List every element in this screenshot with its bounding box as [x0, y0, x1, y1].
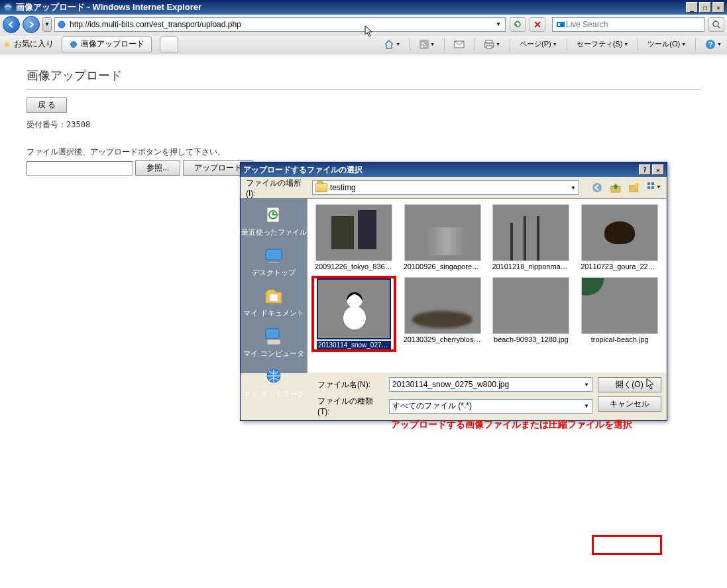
- receipt-number: 受付番号：23508: [27, 119, 700, 131]
- thumbnail-label: 20100926_singapore_0...: [404, 263, 482, 270]
- dialog-close-button[interactable]: ✕: [652, 164, 664, 175]
- file-grid[interactable]: 20091226_tokyo_8363_...20100926_singapor…: [307, 198, 667, 373]
- favorites-button[interactable]: ★ お気に入り: [3, 38, 54, 50]
- svg-rect-26: [271, 260, 276, 262]
- thumbnail-label: 20130329_cherrybloss...: [404, 335, 482, 343]
- file-thumbnail[interactable]: 20110723_goura_2216_...: [577, 203, 662, 272]
- minimize-button[interactable]: _: [686, 2, 698, 13]
- mail-button[interactable]: [451, 38, 467, 50]
- close-button[interactable]: ✕: [712, 2, 724, 13]
- thumbnail-label: beach-90933_1280.jpg: [494, 335, 569, 343]
- thumbnail-label: 20101218_nipponmaru_...: [492, 263, 570, 270]
- file-thumbnail[interactable]: 20101218_nipponmaru_...: [489, 203, 574, 272]
- go-back-icon[interactable]: [591, 182, 603, 194]
- svg-rect-25: [266, 249, 282, 260]
- thumbnail-label: 20110723_goura_2216_...: [581, 263, 659, 270]
- location-dropdown[interactable]: ▼: [571, 185, 576, 191]
- dialog-titlebar: アップロードするファイルの選択 ? ✕: [241, 162, 667, 177]
- file-thumbnail[interactable]: 20091226_tokyo_8363_...: [311, 203, 396, 272]
- place-desktop[interactable]: デスクトップ: [241, 244, 307, 279]
- thumbnail-label: 20091226_tokyo_8363_...: [315, 263, 393, 270]
- search-input[interactable]: [566, 20, 701, 29]
- refresh-button[interactable]: [510, 17, 526, 32]
- thumbnail-image: [315, 204, 392, 261]
- svg-rect-12: [486, 46, 492, 48]
- location-combo[interactable]: testimg ▼: [312, 180, 579, 195]
- recent-icon: [263, 205, 284, 226]
- filename-combo[interactable]: 20130114_snow_0275_w800.jpg ▼: [389, 377, 592, 392]
- svg-rect-20: [651, 182, 654, 185]
- thumbnail-image: [404, 204, 481, 261]
- svg-rect-28: [270, 294, 278, 301]
- file-thumbnail[interactable]: tropical-beach.jpg: [577, 276, 662, 352]
- home-button[interactable]: ▼: [381, 38, 403, 51]
- dialog-title: アップロードするファイルの選択: [243, 164, 363, 176]
- url-dropdown[interactable]: ▼: [493, 21, 504, 27]
- svg-rect-3: [558, 23, 560, 26]
- star-icon: ★: [3, 39, 11, 50]
- search-box[interactable]: [552, 17, 704, 32]
- svg-rect-29: [266, 329, 279, 338]
- svg-rect-30: [267, 339, 280, 345]
- address-bar[interactable]: ▼: [54, 17, 506, 32]
- help-button[interactable]: ? ▼: [702, 38, 724, 51]
- svg-rect-2: [557, 22, 565, 27]
- url-input[interactable]: [70, 20, 493, 29]
- open-button[interactable]: 開く(O): [598, 377, 661, 392]
- back-page-button[interactable]: 戻 る: [27, 97, 67, 113]
- browse-button[interactable]: 参照...: [135, 160, 180, 176]
- stop-button[interactable]: [530, 17, 545, 32]
- tab-new[interactable]: [160, 36, 178, 52]
- safety-menu[interactable]: セーフティ(S)▼: [574, 38, 632, 50]
- divider: [27, 89, 700, 89]
- thumbnail-image: [581, 277, 658, 334]
- forward-button[interactable]: [23, 16, 40, 33]
- print-button[interactable]: ▼: [481, 38, 503, 50]
- restore-button[interactable]: ❐: [699, 2, 711, 13]
- svg-rect-10: [486, 40, 492, 43]
- favorites-bar: ★ お気に入り 画像アップロード ▼ ▼ ▼ ページ(P)▼ セーフティ(S)▼…: [0, 34, 727, 54]
- cancel-button[interactable]: キャンセル: [598, 396, 661, 412]
- filetype-combo[interactable]: すべてのファイル (*.*) ▼: [389, 399, 592, 414]
- up-folder-icon[interactable]: [610, 182, 622, 194]
- window-titlebar: 画像アップロード - Windows Internet Explorer _ ❐…: [0, 0, 727, 15]
- svg-text:?: ?: [708, 40, 713, 48]
- filetype-label: ファイルの種類(T):: [317, 396, 384, 416]
- file-thumbnail[interactable]: 20130329_cherrybloss...: [400, 276, 485, 352]
- location-label: ファイルの場所(I):: [246, 178, 307, 198]
- feeds-button[interactable]: ▼: [417, 38, 437, 50]
- thumbnail-image: [581, 204, 658, 261]
- filename-label: ファイル名(N):: [317, 379, 384, 390]
- dialog-help-button[interactable]: ?: [639, 164, 651, 175]
- file-path-input[interactable]: [27, 161, 133, 176]
- svg-point-8: [421, 45, 423, 47]
- filename-value: 20130114_snow_0275_w800.jpg: [392, 380, 509, 389]
- new-folder-icon[interactable]: [628, 182, 640, 194]
- file-thumbnail[interactable]: 20100926_singapore_0...: [400, 203, 485, 272]
- folder-icon: [315, 183, 327, 192]
- file-open-dialog: アップロードするファイルの選択 ? ✕ ファイルの場所(I): testimg …: [240, 162, 667, 421]
- thumbnail-image: [492, 204, 569, 261]
- svg-rect-22: [651, 186, 654, 189]
- file-thumbnail[interactable]: 20130114_snow_0275_w800.jpg: [311, 276, 396, 352]
- file-thumbnail[interactable]: beach-90933_1280.jpg: [489, 276, 574, 352]
- thumbnail-label: 20130114_snow_0275_w800.jpg: [317, 341, 391, 349]
- place-mycomputer[interactable]: マイ コンピュータ: [241, 325, 307, 360]
- tools-menu[interactable]: ツール(O)▼: [645, 38, 689, 50]
- search-button[interactable]: [708, 17, 724, 32]
- search-provider-icon: [555, 19, 566, 30]
- back-button[interactable]: [3, 16, 20, 33]
- nav-history-dropdown[interactable]: ▼: [42, 17, 52, 32]
- place-recent[interactable]: 最近使ったファイル: [241, 204, 307, 239]
- places-bar: 最近使ったファイル デスクトップ マイ ドキュメント マイ コンピュータ マイ …: [241, 198, 307, 373]
- page-menu[interactable]: ページ(P)▼: [517, 38, 560, 50]
- tab-current[interactable]: 画像アップロード: [62, 36, 152, 52]
- tab-title: 画像アップロード: [81, 38, 144, 50]
- view-menu-icon[interactable]: [647, 182, 661, 194]
- open-highlight: [592, 535, 662, 555]
- favorites-label: お気に入り: [14, 38, 54, 50]
- svg-point-6: [71, 41, 77, 47]
- page-icon: [56, 19, 67, 30]
- place-mydocs[interactable]: マイ ドキュメント: [241, 284, 307, 320]
- svg-point-4: [713, 21, 718, 27]
